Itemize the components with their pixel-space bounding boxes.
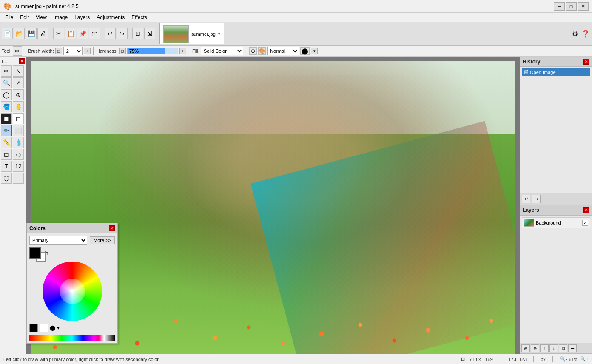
history-item[interactable]: 🖼 Open Image — [522, 68, 590, 76]
menu-file[interactable]: File — [2, 14, 17, 21]
alpha-icon[interactable]: ⊙ — [249, 47, 257, 55]
hardness-bar[interactable]: 75% — [127, 48, 178, 54]
status-zoom: 🔍- 61% 🔍+ — [560, 356, 589, 362]
settings-icon[interactable]: ⚙ — [570, 29, 580, 38]
menu-adjustments[interactable]: Adjustments — [93, 14, 128, 21]
zoom-value: 61% — [569, 357, 578, 362]
layer-down-btn[interactable]: ↓ — [549, 344, 558, 352]
toolbar-cut[interactable]: ✂ — [53, 28, 64, 39]
layer-properties-btn[interactable]: ☰ — [568, 344, 577, 352]
layer-visibility[interactable]: ✓ — [582, 220, 588, 226]
color-options-icon[interactable]: ⬤ — [50, 325, 55, 331]
toolbar-paste[interactable]: 📌 — [77, 28, 88, 39]
tool-eyedropper[interactable]: 💧 — [13, 137, 24, 148]
close-button[interactable]: ✕ — [578, 2, 589, 11]
toolbar-print[interactable]: 🖨 — [37, 28, 48, 39]
tool-select-arrow[interactable]: ↖ — [13, 65, 24, 77]
tool-clone[interactable]: ◻ — [1, 149, 12, 160]
menu-image[interactable]: Image — [50, 14, 71, 21]
color-palette[interactable] — [29, 335, 115, 341]
tool-bucket[interactable]: 🪣 — [1, 101, 12, 112]
history-item-icon: 🖼 — [524, 70, 528, 75]
tool-eraser[interactable]: ⬜ — [13, 125, 24, 136]
tool-line[interactable]: 📏 — [1, 137, 12, 148]
primary-color-swatch[interactable] — [29, 247, 41, 259]
tools-close[interactable]: ✕ — [19, 58, 25, 64]
layers-panel-close[interactable]: ✕ — [583, 207, 589, 213]
history-panel-close[interactable]: ✕ — [583, 59, 589, 65]
toolbar-open[interactable]: 📂 — [14, 28, 25, 39]
title-bar: 🎨 summer.jpg - paint.net 4.2.5 ─ □ ✕ — [0, 0, 592, 13]
help-icon[interactable]: ❓ — [581, 29, 590, 38]
tool-pencil[interactable]: ✏ — [1, 65, 12, 77]
color-wheel-container — [29, 262, 115, 321]
tool-extra[interactable] — [13, 173, 24, 184]
menu-view[interactable]: View — [32, 14, 50, 21]
zoom-decrease[interactable]: 🔍- — [560, 356, 567, 362]
history-undo-btn[interactable]: ↩ — [522, 195, 530, 203]
tool-secondary-color[interactable]: ◻ — [13, 113, 24, 124]
tool-smudge[interactable]: ◌ — [13, 149, 24, 160]
tool-ellipse[interactable]: ◯ — [1, 89, 12, 100]
tool-pencil-icon[interactable]: ✏ — [13, 46, 22, 56]
layers-panel: Layers ✕ Background ✓ ⊕ ⊖ ↑ ↓ ⧉ ☰ — [520, 205, 592, 354]
layers-panel-header: Layers ✕ — [520, 205, 592, 216]
history-redo-btn[interactable]: ↪ — [532, 195, 541, 203]
more-colors-button[interactable]: More >> — [90, 236, 115, 244]
toolbar-copy[interactable]: 📋 — [65, 28, 76, 39]
maximize-button[interactable]: □ — [566, 2, 577, 11]
menu-effects[interactable]: Effects — [128, 14, 150, 21]
blend-extra[interactable]: ⬤ — [300, 47, 310, 55]
layer-duplicate-btn[interactable]: ⧉ — [559, 344, 567, 352]
toolbar-redo[interactable]: ↪ — [117, 28, 128, 39]
layer-name: Background — [536, 220, 581, 225]
blend-mode-select[interactable]: Normal Multiply Screen — [267, 47, 299, 55]
color-wheel[interactable] — [43, 262, 102, 321]
color-dropdown-arrow[interactable]: ▾ — [57, 325, 60, 331]
brush-width-increase[interactable]: + — [84, 48, 91, 54]
black-swatch[interactable] — [29, 324, 38, 332]
tool-gradient[interactable]: ⬡ — [1, 173, 12, 184]
fill-select[interactable]: Solid Color No Fill — [201, 47, 243, 55]
tool-text[interactable]: T — [1, 161, 12, 172]
tab-dropdown-arrow[interactable]: ▾ — [218, 31, 220, 36]
tool-zoom2[interactable]: ⊕ — [13, 89, 24, 100]
layer-item[interactable]: Background ✓ — [522, 217, 590, 228]
tool-brush[interactable]: ✏ — [1, 125, 12, 136]
blend-icon[interactable]: 🎨 — [258, 47, 266, 55]
tool-primary-color[interactable]: ◼ — [1, 113, 12, 124]
tool-shapes[interactable]: 12 — [13, 161, 24, 172]
layer-up-btn[interactable]: ↑ — [540, 344, 549, 352]
minimize-button[interactable]: ─ — [554, 2, 565, 11]
white-swatch[interactable] — [40, 324, 48, 332]
hardness-decrease[interactable]: ◻ — [119, 48, 126, 54]
options-bar: Tool: ✏ Brush width: ◻ 24816 + Hardness:… — [0, 46, 592, 57]
hardness-increase[interactable]: + — [179, 48, 186, 54]
colors-panel-close[interactable]: ✕ — [109, 225, 115, 231]
toolbar-resize[interactable]: ⇲ — [144, 28, 155, 39]
history-item-label: Open Image — [530, 70, 556, 75]
colors-controls: Primary Secondary More >> — [29, 236, 115, 245]
brush-width-label: Brush width: — [28, 48, 54, 54]
brush-width-decrease[interactable]: ◻ — [55, 48, 62, 54]
brush-width-select[interactable]: 24816 — [63, 47, 83, 55]
blend-arrow[interactable]: ▾ — [311, 48, 318, 54]
layer-add-btn[interactable]: ⊕ — [521, 344, 530, 352]
menu-layers[interactable]: Layers — [71, 14, 93, 21]
layer-delete-btn[interactable]: ⊖ — [531, 344, 539, 352]
tool-select-lasso[interactable]: ↗ — [13, 77, 24, 88]
active-tab[interactable]: summer.jpg ▾ — [159, 23, 224, 44]
toolbar-crop[interactable]: ⊡ — [132, 28, 143, 39]
toolbar-undo[interactable]: ↩ — [105, 28, 116, 39]
zoom-increase[interactable]: 🔍+ — [580, 356, 589, 362]
toolbar-erase[interactable]: 🗑 — [89, 28, 100, 39]
tab-thumbnail — [163, 25, 189, 43]
left-toolbar: T... ✕ ✏ ↖ 🔍 ↗ ◯ ⊕ 🪣 ✋ ◼ ◻ — [0, 57, 26, 354]
menu-edit[interactable]: Edit — [17, 14, 32, 21]
color-type-select[interactable]: Primary Secondary — [29, 236, 87, 245]
toolbar-new[interactable]: 📄 — [2, 28, 13, 39]
tool-zoom[interactable]: 🔍 — [1, 77, 12, 88]
toolbar-save[interactable]: 💾 — [26, 28, 37, 39]
tool-pan[interactable]: ✋ — [13, 101, 24, 112]
tools-header: T... ✕ — [1, 58, 25, 64]
